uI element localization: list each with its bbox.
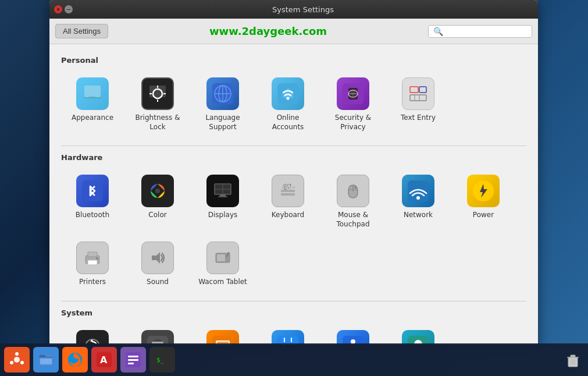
settings-item-language[interactable]: Language Support [191, 72, 254, 136]
settings-item-online[interactable]: Online Accounts [256, 72, 319, 136]
sound-label: Sound [147, 278, 169, 287]
settings-item-mouse[interactable]: Mouse & Touchpad [322, 169, 384, 233]
mouse-icon [337, 175, 369, 207]
divider-hardware [61, 146, 526, 146]
textentry-svg [408, 83, 429, 104]
taskbar-item-files[interactable] [33, 347, 59, 373]
settings-item-appearance[interactable]: Appearance [61, 72, 124, 136]
power-label: Power [473, 211, 494, 220]
svg-point-53 [354, 186, 357, 189]
trash-svg [565, 352, 581, 368]
printers-icon [76, 242, 109, 274]
svg-point-33 [155, 189, 160, 193]
close-icon: × [56, 7, 60, 12]
search-box: 🔍 [428, 25, 532, 38]
displays-label: Displays [208, 211, 237, 220]
section-label-personal: Personal [61, 56, 526, 65]
taskbar-item-ubuntu[interactable] [4, 347, 30, 373]
mouse-label: Mouse & Touchpad [325, 211, 381, 229]
settings-item-timedate[interactable]: Time & Date [256, 324, 319, 345]
terminal-icon: $_ [154, 352, 170, 368]
backups-icon [76, 330, 109, 345]
taskbar-item-firefox[interactable] [62, 347, 88, 373]
content-area: Personal Appearance [49, 44, 538, 345]
settings-item-sound[interactable]: Sound [126, 236, 189, 292]
system-settings-window: × — System Settings All Settings www.2da… [49, 0, 538, 345]
svg-rect-46 [282, 186, 284, 189]
taskbar: A $_ [0, 343, 588, 376]
all-settings-button[interactable]: All Settings [55, 24, 108, 38]
svg-rect-60 [88, 260, 97, 265]
settings-item-displays[interactable]: Displays [191, 169, 254, 233]
language-svg [212, 83, 233, 104]
appearance-svg [82, 83, 103, 104]
software-icon [206, 330, 239, 345]
security-icon [337, 77, 369, 110]
settings-item-software[interactable]: Software & Updates [191, 324, 254, 345]
taskbar-item-terminal[interactable]: $_ [149, 347, 175, 373]
svg-rect-66 [217, 254, 225, 261]
taskbar-item-software-center[interactable]: A [91, 347, 117, 373]
svg-rect-118 [128, 359, 138, 361]
settings-app-icon [125, 352, 141, 368]
svg-rect-119 [128, 363, 134, 364]
settings-item-security[interactable]: Security & Privacy [322, 72, 384, 136]
settings-item-brightness[interactable]: Brightness & Lock [126, 72, 189, 136]
taskbar-item-settings[interactable] [120, 347, 146, 373]
search-icon: 🔍 [433, 27, 443, 36]
textentry-label: Text Entry [401, 113, 436, 123]
settings-item-wacom[interactable]: Wacom Tablet [191, 236, 254, 292]
svg-rect-37 [220, 194, 226, 196]
printers-svg [82, 247, 103, 268]
brightness-icon [141, 77, 174, 110]
online-svg [277, 83, 298, 104]
bluetooth-icon [76, 175, 109, 207]
appearance-label: Appearance [72, 113, 113, 123]
keyboard-icon: @ 2 [272, 175, 304, 207]
settings-item-color[interactable]: Color [126, 169, 189, 233]
svg-point-68 [227, 252, 230, 254]
svg-rect-38 [218, 196, 227, 197]
settings-item-bluetooth[interactable]: Bluetooth [61, 169, 124, 233]
wacom-icon [206, 242, 239, 274]
settings-item-keyboard[interactable]: @ 2 Keyboard [256, 169, 319, 233]
section-system: System Backups [61, 308, 526, 345]
settings-item-backups[interactable]: Backups [61, 324, 124, 345]
trash-icon[interactable] [560, 347, 586, 373]
system-icons-grid: Backups [61, 324, 526, 345]
language-icon [206, 77, 239, 110]
minimize-icon: — [66, 7, 71, 12]
settings-item-network[interactable]: Network [387, 169, 450, 233]
svg-rect-117 [128, 356, 138, 357]
svg-point-107 [14, 357, 20, 363]
useraccounts-icon [402, 330, 434, 345]
search-input[interactable] [446, 27, 527, 36]
keyboard-label: Keyboard [272, 211, 304, 220]
settings-item-textentry[interactable]: Text Entry [387, 72, 450, 136]
brightness-svg [147, 83, 168, 104]
svg-rect-124 [571, 355, 575, 357]
printers-label: Printers [79, 278, 106, 287]
svg-rect-48 [289, 186, 291, 189]
close-button[interactable]: × [54, 5, 62, 13]
settings-item-details[interactable]: Details [126, 324, 189, 345]
section-hardware: Hardware Bluetooth [61, 153, 526, 292]
svg-point-61 [96, 257, 98, 260]
universal-icon [337, 330, 369, 345]
bluetooth-svg [82, 180, 103, 201]
watermark-text: www.2daygeek.com [108, 25, 428, 37]
minimize-button[interactable]: — [65, 5, 73, 13]
sound-svg [147, 247, 168, 268]
svg-point-55 [416, 196, 420, 200]
settings-item-printers[interactable]: Printers [61, 236, 124, 292]
network-svg [408, 180, 429, 201]
files-icon [38, 352, 54, 368]
settings-item-universal[interactable]: Universal Access [322, 324, 384, 345]
svg-rect-49 [293, 186, 295, 189]
hardware-icons-grid: Bluetooth [61, 169, 526, 292]
settings-item-useraccounts[interactable]: User Accounts [387, 324, 450, 345]
section-personal: Personal Appearance [61, 56, 526, 136]
mouse-svg [343, 180, 364, 201]
settings-item-power[interactable]: Power [452, 169, 515, 233]
sound-icon [141, 242, 174, 274]
